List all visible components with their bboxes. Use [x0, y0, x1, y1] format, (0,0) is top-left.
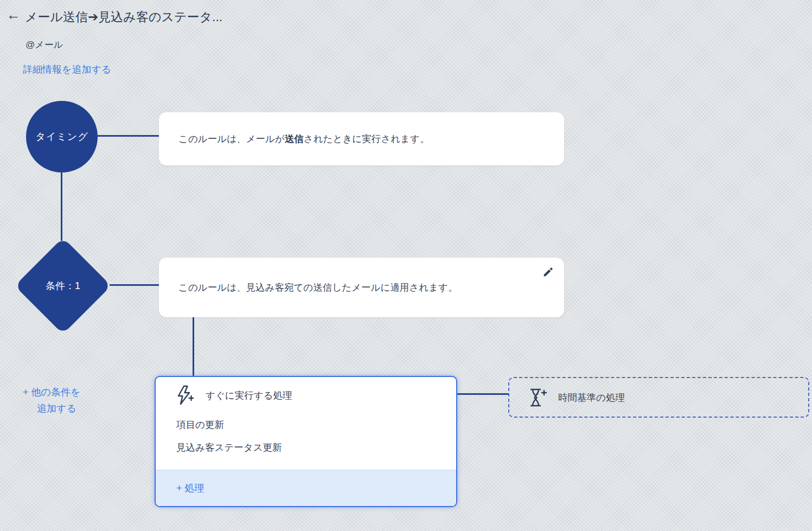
connector-actions-timebased [457, 393, 508, 395]
condition-node-label: 条件：1 [29, 252, 97, 320]
instant-actions-title: すぐに実行する処理 [206, 389, 292, 402]
page-title: メール送信➔見込み客のステータ... [25, 9, 222, 25]
connector-condition-card [110, 284, 159, 286]
rule-module-label: @メール [25, 39, 63, 51]
connector-timing-card [98, 135, 159, 137]
condition-card-text: このルールは、見込み客宛ての送信したメールに適用されます。 [178, 258, 457, 317]
pencil-icon [542, 266, 554, 278]
edit-condition-button[interactable] [540, 264, 555, 279]
action-item[interactable]: 見込み客ステータス更新 [176, 441, 282, 454]
time-based-actions-box[interactable]: 時間基準の処理 [508, 377, 809, 418]
add-action-button[interactable]: + 処理 [176, 482, 204, 495]
workflow-canvas: ← メール送信➔見込み客のステータ... @メール 詳細情報を追加する タイミン… [0, 0, 812, 531]
add-details-link[interactable]: 詳細情報を追加する [23, 63, 111, 76]
lightning-plus-icon [176, 385, 194, 406]
instant-actions-card[interactable]: すぐに実行する処理 項目の更新 見込み客ステータス更新 + 処理 [155, 376, 457, 507]
connector-timing-condition [61, 172, 62, 241]
timing-card[interactable]: このルールは、メールが送信されたときに実行されます。 [159, 112, 564, 165]
back-button[interactable]: ← [7, 8, 21, 22]
condition-card[interactable]: このルールは、見込み客宛ての送信したメールに適用されます。 [159, 258, 564, 317]
timing-node-label: タイミング [35, 130, 88, 143]
timing-card-text: このルールは、メールが送信されたときに実行されます。 [178, 112, 429, 165]
condition-node[interactable]: 条件：1 [15, 238, 111, 334]
instant-actions-header: すぐに実行する処理 [176, 383, 292, 407]
connector-condition-actions [193, 317, 194, 376]
hourglass-plus-icon [529, 388, 547, 407]
time-based-actions-title: 時間基準の処理 [558, 391, 625, 404]
timing-node[interactable]: タイミング [26, 101, 98, 172]
action-type-label: 項目の更新 [176, 418, 224, 431]
add-condition-link[interactable]: + 他の条件を 追加する [23, 384, 80, 417]
add-condition-line2: 追加する [23, 400, 80, 417]
add-condition-line1: + 他の条件を [23, 384, 80, 400]
instant-actions-footer: + 処理 [156, 470, 456, 506]
